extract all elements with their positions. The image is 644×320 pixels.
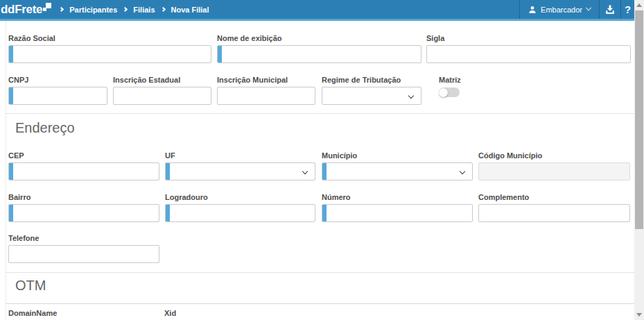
field-bairro: Bairro	[8, 193, 159, 222]
inscricao-estadual-label: Inscrição Estadual	[113, 76, 211, 85]
breadcrumb-filiais[interactable]: Filiais	[133, 6, 155, 14]
field-telefone: Telefone	[8, 234, 159, 263]
chevron-right-icon	[160, 7, 165, 12]
field-cnpj: CNPJ	[8, 76, 107, 105]
telefone-label: Telefone	[8, 234, 159, 243]
content-panel-edge	[6, 21, 6, 320]
cnpj-label: CNPJ	[8, 76, 107, 85]
otm-header-divider	[6, 303, 634, 304]
inscricao-estadual-input[interactable]	[114, 87, 211, 104]
download-button[interactable]	[600, 0, 620, 19]
inscricao-municipal-label: Inscrição Municipal	[217, 76, 315, 85]
field-numero: Número	[322, 193, 473, 222]
telefone-input-wrap	[8, 245, 159, 263]
cep-input[interactable]	[9, 163, 159, 180]
bairro-label: Bairro	[8, 193, 159, 202]
chevron-right-icon	[123, 7, 128, 12]
codigo-municipio-input	[479, 163, 629, 180]
field-cep: CEP	[8, 151, 159, 180]
cnpj-input-wrap	[8, 87, 107, 105]
nome-exibicao-input-wrap	[217, 45, 421, 63]
field-inscricao-municipal: Inscrição Municipal	[217, 76, 315, 105]
field-codigo-municipio: Código Município	[478, 151, 630, 180]
endereco-section-title: Endereço	[15, 120, 75, 136]
inscricao-municipal-input[interactable]	[218, 87, 315, 104]
regime-tributacao-select[interactable]	[322, 87, 421, 105]
otm-column-domainname: DomainName	[8, 309, 57, 317]
inscricao-municipal-input-wrap	[217, 87, 315, 105]
logo-text: ddFrete	[1, 2, 42, 17]
logradouro-input[interactable]	[166, 205, 315, 221]
help-question-mark: ?	[625, 3, 631, 15]
telefone-input[interactable]	[9, 246, 159, 262]
codigo-municipio-label: Código Município	[478, 151, 630, 160]
person-icon	[528, 6, 537, 14]
user-menu-label: Embarcador	[541, 6, 582, 14]
section-divider	[6, 113, 634, 114]
uf-select[interactable]	[165, 162, 315, 180]
scroll-down-arrow-icon[interactable]	[636, 313, 642, 317]
matriz-label: Matriz	[439, 76, 480, 85]
top-navbar: ddFrete Participantes Filiais Nova Filia…	[0, 0, 634, 21]
field-logradouro: Logradouro	[165, 193, 315, 222]
bairro-input-wrap	[8, 204, 159, 222]
razao-social-input[interactable]	[9, 46, 211, 62]
municipio-select[interactable]	[322, 162, 473, 180]
razao-social-input-wrap	[8, 45, 211, 63]
field-inscricao-estadual: Inscrição Estadual	[113, 76, 211, 105]
inscricao-estadual-input-wrap	[113, 87, 211, 105]
logradouro-label: Logradouro	[165, 193, 315, 202]
numero-input-wrap	[322, 204, 473, 222]
sigla-label: Sigla	[426, 34, 631, 43]
codigo-municipio-input-wrap	[478, 162, 630, 180]
user-menu-button[interactable]: Embarcador	[519, 0, 600, 19]
scrollbar-thumb[interactable]	[635, 10, 643, 229]
cep-label: CEP	[8, 151, 159, 160]
nome-exibicao-label: Nome de exibição	[217, 34, 421, 43]
field-regime-tributacao: Regime de Tributação	[322, 76, 421, 105]
field-razao-social: Razão Social	[8, 34, 211, 63]
field-uf: UF	[165, 151, 315, 180]
field-municipio: Município	[322, 151, 473, 180]
chevron-right-icon	[59, 7, 64, 12]
complemento-input[interactable]	[479, 205, 629, 221]
complemento-label: Complemento	[478, 193, 630, 202]
download-tray-icon	[604, 4, 616, 15]
sigla-input-wrap	[426, 45, 631, 63]
toggle-knob	[439, 88, 448, 97]
razao-social-label: Razão Social	[8, 34, 211, 43]
field-complemento: Complemento	[478, 193, 630, 222]
nome-exibicao-input[interactable]	[218, 46, 421, 62]
breadcrumb-participantes[interactable]: Participantes	[69, 6, 117, 14]
otm-column-xid: Xid	[164, 309, 176, 317]
cnpj-input[interactable]	[9, 87, 107, 104]
app-logo[interactable]: ddFrete	[1, 2, 52, 17]
vertical-scrollbar[interactable]	[634, 0, 644, 320]
uf-label: UF	[165, 151, 315, 160]
matriz-toggle[interactable]	[439, 87, 460, 97]
help-button[interactable]: ?	[620, 0, 634, 19]
logo-squares-icon	[43, 2, 52, 12]
logradouro-input-wrap	[165, 204, 315, 222]
nova-filial-page: ddFrete Participantes Filiais Nova Filia…	[0, 0, 644, 320]
field-matriz: Matriz	[439, 76, 480, 97]
regime-tributacao-label: Regime de Tributação	[322, 76, 421, 85]
bairro-input[interactable]	[9, 205, 159, 221]
sigla-input[interactable]	[427, 46, 630, 62]
numero-input[interactable]	[322, 205, 472, 221]
breadcrumb-nova-filial[interactable]: Nova Filial	[171, 6, 209, 14]
breadcrumb: Participantes Filiais Nova Filial	[59, 6, 209, 14]
field-sigla: Sigla	[426, 34, 631, 63]
section-divider	[6, 272, 634, 273]
chevron-down-icon	[586, 4, 591, 10]
complemento-input-wrap	[478, 204, 630, 222]
scroll-up-arrow-icon[interactable]	[636, 3, 642, 7]
municipio-label: Município	[322, 151, 473, 160]
numero-label: Número	[322, 193, 473, 202]
field-nome-exibicao: Nome de exibição	[217, 34, 421, 63]
cep-input-wrap	[8, 162, 159, 180]
otm-section-title: OTM	[15, 278, 46, 294]
